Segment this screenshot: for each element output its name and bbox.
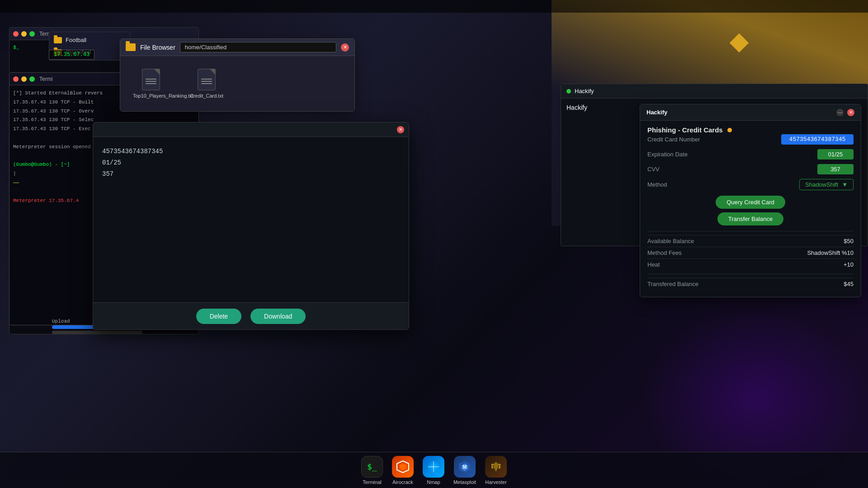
query-credit-card-button[interactable]: Query Credit Card — [716, 196, 785, 209]
hackify-panel-titlebar: Hackify — ✕ — [640, 104, 861, 121]
taskbar-metasploit[interactable]: M Metasploit — [453, 456, 476, 485]
nmap-icon-svg — [427, 460, 440, 474]
hackify-exp-label: Expiration Date — [647, 151, 688, 158]
text-viewer-close-button[interactable]: ✕ — [397, 126, 404, 133]
taskbar-harvester[interactable]: Harvester — [485, 456, 507, 485]
hackify-exp-field: Expiration Date 01/25 — [647, 149, 854, 160]
hackify-method-value: ShadowShift — [805, 181, 838, 188]
hackify-balance-row: Available Balance $50 — [647, 235, 854, 247]
hackify-exp-value: 01/25 — [817, 149, 854, 160]
upload-progress-fill-2 — [52, 331, 88, 334]
hackify-panel-title: Hackify — [646, 109, 667, 116]
file-item-players[interactable]: Top10_Players_Ranking.txt — [129, 65, 173, 102]
hackify-cc-value: 4573543674387345 — [781, 134, 854, 145]
hackify-cc-label: Credit Card Number — [647, 136, 700, 143]
hackify-bg-title: Hackify — [575, 88, 594, 94]
file-doc-line-2 — [146, 81, 156, 82]
taskbar-metasploit-label: Metasploit — [453, 479, 476, 485]
file-doc-line-1 — [146, 79, 156, 80]
harvester-taskbar-icon — [485, 456, 507, 478]
hackify-method-field: Method ShadowShift ▼ — [647, 179, 854, 190]
terminal-2-title: Termi — [39, 76, 52, 82]
taskbar: $_ Terminal Airocrack Nmap — [0, 452, 868, 488]
airocrack-icon-svg — [396, 460, 410, 474]
terminal-2-min-dot[interactable] — [21, 76, 27, 82]
hackify-divider-1 — [647, 231, 854, 231]
taskbar-nmap[interactable]: Nmap — [423, 456, 444, 485]
terminal-1-max-dot[interactable] — [29, 31, 35, 37]
delete-button[interactable]: Delete — [196, 309, 241, 324]
top-bar — [0, 0, 868, 13]
text-viewer-line-3: 357 — [102, 169, 400, 180]
hackify-heat-label: Heat — [647, 261, 660, 268]
taskbar-airocrack[interactable]: Airocrack — [392, 456, 414, 485]
taskbar-terminal[interactable]: $_ Terminal — [361, 456, 383, 485]
hackify-fees-value: ShadowShift %10 — [807, 249, 854, 256]
taskbar-terminal-label: Terminal — [363, 479, 382, 485]
hackify-section-header: Phishing - Credit Cards — [640, 121, 861, 134]
terminal-2-max-dot[interactable] — [29, 76, 35, 82]
hackify-close-button[interactable]: ✕ — [847, 109, 854, 116]
file-credit-lines — [201, 79, 212, 84]
hackify-body: Credit Card Number 4573543674387345 Expi… — [640, 134, 861, 297]
file-credit-name: Credit_Card.txt — [190, 93, 223, 99]
file-browser-close-button[interactable]: ✕ — [341, 43, 349, 52]
transfer-balance-button[interactable]: Transfer Balance — [717, 212, 784, 225]
hackify-heat-value: +10 — [844, 261, 854, 268]
taskbar-harvester-label: Harvester — [485, 479, 507, 485]
file-browser-folder-icon — [126, 43, 136, 51]
terminal-2-close-dot[interactable] — [13, 76, 19, 82]
hackify-balance-value: $50 — [844, 238, 854, 244]
metasploit-taskbar-icon: M — [454, 456, 476, 478]
hackify-close-icon: ✕ — [849, 110, 853, 115]
sidebar-item-football-label: Football — [66, 37, 86, 43]
terminal-taskbar-icon: $_ — [361, 456, 383, 478]
hackify-divider-2 — [647, 274, 854, 274]
ip-badge: 17.35.67.43 — [49, 50, 94, 60]
hackify-balance-label: Available Balance — [647, 238, 694, 244]
file-item-credit-card[interactable]: Credit_Card.txt — [186, 65, 227, 102]
hackify-section-title: Phishing - Credit Cards — [647, 126, 723, 134]
text-viewer-line-2: 01/25 — [102, 157, 400, 169]
file-credit-icon — [198, 69, 216, 90]
file-players-name: Top10_Players_Ranking.txt — [133, 93, 169, 99]
metasploit-icon-svg: M — [458, 460, 472, 474]
hackify-minimize-button[interactable]: — — [836, 109, 844, 116]
file-players-icon — [142, 69, 160, 90]
file-players-lines — [146, 79, 156, 84]
download-button[interactable]: Download — [250, 309, 306, 324]
nmap-taskbar-icon — [423, 456, 444, 478]
hackify-transferred-row: Transfered Balance $45 — [647, 278, 854, 290]
hackify-method-select[interactable]: ShadowShift ▼ — [799, 179, 854, 190]
hackify-fees-row: Method Fees ShadowShift %10 — [647, 247, 854, 258]
terminal-1-min-dot[interactable] — [21, 31, 27, 37]
file-browser-path[interactable]: home/Classified — [180, 42, 336, 52]
terminal-icon-symbol: $_ — [367, 462, 377, 471]
file-browser-body: Top10_Players_Ranking.txt Credit_Card.tx… — [120, 56, 354, 111]
file-browser-title: File Browser — [140, 44, 175, 51]
file-doc-line-6 — [201, 83, 212, 84]
hackify-panel: Hackify — ✕ Phishing - Credit Cards Cred… — [640, 104, 861, 297]
sidebar-item-football[interactable]: Football — [49, 34, 130, 46]
harvester-icon-svg — [489, 460, 503, 474]
file-browser-window: File Browser home/Classified ✕ Top10_Pla… — [120, 38, 355, 112]
hackify-transferred-value: $45 — [844, 281, 854, 287]
hackify-minimize-icon: — — [838, 110, 842, 115]
hackify-heat-row: Heat +10 — [647, 258, 854, 270]
text-viewer-line-1: 4573543674387345 — [102, 146, 400, 157]
upload-progress-bar-2 — [52, 331, 142, 334]
hackify-actions: Query Credit Card Transfer Balance — [647, 196, 854, 225]
hackify-fees-label: Method Fees — [647, 249, 682, 256]
svg-marker-1 — [400, 464, 406, 470]
hackify-transferred-label: Transfered Balance — [647, 281, 698, 287]
hackify-bg-titlebar: Hackify — [561, 84, 868, 99]
hackify-cc-field: Credit Card Number 4573543674387345 — [647, 134, 854, 145]
text-viewer-titlebar: ✕ — [93, 122, 409, 137]
terminal-1-close-dot[interactable] — [13, 31, 19, 37]
hackify-method-label: Method — [647, 181, 667, 188]
airocrack-taskbar-icon — [392, 456, 414, 478]
text-viewer-body[interactable]: 4573543674387345 01/25 357 — [93, 137, 409, 302]
hackify-bg-dot-green — [566, 89, 571, 94]
hackify-method-chevron: ▼ — [842, 181, 848, 188]
hackify-status-indicator — [727, 128, 732, 132]
